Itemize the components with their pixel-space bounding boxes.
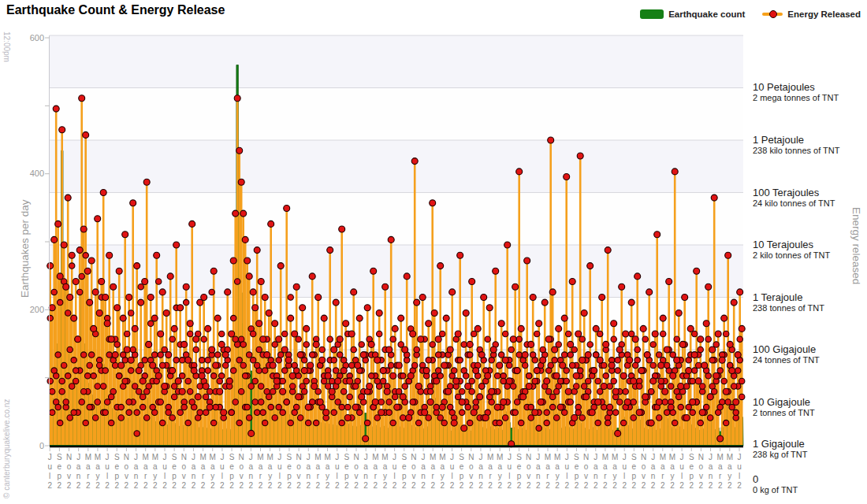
energy-marker[interactable] — [343, 321, 349, 327]
energy-marker[interactable] — [694, 268, 700, 274]
energy-marker[interactable] — [54, 373, 59, 379]
energy-marker[interactable] — [631, 378, 637, 384]
energy-marker[interactable] — [591, 368, 597, 374]
energy-marker[interactable] — [378, 399, 384, 405]
energy-marker[interactable] — [627, 357, 633, 363]
energy-marker[interactable] — [377, 331, 382, 336]
energy-marker[interactable] — [536, 425, 541, 431]
energy-marker[interactable] — [597, 357, 603, 363]
energy-marker[interactable] — [658, 378, 664, 384]
energy-marker[interactable] — [85, 373, 91, 379]
energy-marker[interactable] — [345, 404, 351, 410]
energy-marker[interactable] — [414, 346, 419, 352]
energy-marker[interactable] — [621, 420, 627, 425]
energy-marker[interactable] — [463, 310, 469, 317]
energy-marker[interactable] — [497, 420, 502, 425]
energy-marker[interactable] — [629, 331, 634, 336]
energy-marker[interactable] — [367, 384, 373, 390]
energy-marker[interactable] — [727, 341, 733, 347]
energy-marker[interactable] — [524, 258, 530, 264]
energy-marker[interactable] — [485, 336, 490, 342]
energy-marker[interactable] — [184, 299, 189, 305]
energy-marker[interactable] — [631, 399, 636, 405]
energy-marker[interactable] — [315, 295, 322, 301]
energy-marker[interactable] — [351, 346, 356, 352]
energy-marker[interactable] — [575, 410, 581, 415]
energy-marker[interactable] — [658, 362, 664, 369]
energy-marker[interactable] — [162, 346, 167, 352]
energy-marker[interactable] — [478, 352, 485, 358]
energy-marker[interactable] — [660, 331, 666, 336]
energy-marker[interactable] — [739, 378, 745, 384]
energy-marker[interactable] — [691, 352, 698, 358]
energy-marker[interactable] — [126, 399, 132, 405]
energy-marker[interactable] — [79, 399, 84, 405]
energy-marker[interactable] — [276, 404, 281, 410]
energy-marker[interactable] — [536, 321, 542, 327]
energy-marker[interactable] — [544, 378, 550, 384]
energy-marker[interactable] — [520, 394, 527, 400]
energy-marker[interactable] — [317, 399, 323, 406]
energy-marker[interactable] — [197, 410, 203, 415]
energy-marker[interactable] — [162, 384, 168, 390]
energy-marker[interactable] — [251, 331, 256, 336]
energy-marker[interactable] — [315, 389, 321, 395]
energy-marker[interactable] — [676, 394, 682, 399]
energy-marker[interactable] — [474, 325, 481, 332]
energy-marker[interactable] — [577, 153, 583, 159]
energy-marker[interactable] — [329, 388, 335, 395]
energy-marker[interactable] — [239, 389, 244, 395]
energy-marker[interactable] — [140, 378, 146, 384]
energy-marker[interactable] — [477, 394, 483, 400]
energy-marker[interactable] — [574, 384, 579, 389]
energy-marker[interactable] — [707, 394, 713, 400]
energy-marker[interactable] — [193, 336, 199, 343]
energy-marker[interactable] — [709, 346, 716, 353]
energy-marker[interactable] — [240, 362, 246, 368]
energy-marker[interactable] — [136, 368, 142, 374]
energy-marker[interactable] — [410, 331, 416, 337]
energy-marker[interactable] — [687, 325, 694, 332]
energy-marker[interactable] — [49, 305, 55, 311]
energy-marker[interactable] — [544, 420, 549, 425]
energy-marker[interactable] — [258, 279, 264, 285]
energy-marker[interactable] — [110, 284, 117, 290]
energy-marker[interactable] — [579, 336, 585, 342]
energy-marker[interactable] — [360, 352, 367, 358]
energy-marker[interactable] — [380, 368, 386, 374]
energy-marker[interactable] — [47, 378, 53, 384]
energy-marker[interactable] — [530, 295, 536, 301]
energy-marker[interactable] — [481, 295, 487, 301]
energy-marker[interactable] — [67, 295, 73, 301]
energy-marker[interactable] — [384, 388, 390, 395]
energy-marker[interactable] — [569, 279, 575, 285]
energy-marker[interactable] — [250, 289, 256, 295]
energy-marker[interactable] — [259, 399, 264, 405]
energy-marker[interactable] — [611, 321, 617, 327]
energy-marker[interactable] — [219, 331, 225, 336]
energy-marker[interactable] — [118, 362, 125, 369]
energy-marker[interactable] — [126, 410, 132, 415]
energy-marker[interactable] — [221, 410, 227, 416]
energy-marker[interactable] — [121, 352, 126, 358]
energy-marker[interactable] — [65, 310, 71, 316]
energy-marker[interactable] — [210, 268, 217, 274]
energy-marker[interactable] — [297, 352, 303, 358]
energy-marker[interactable] — [296, 336, 301, 342]
energy-marker[interactable] — [737, 336, 742, 342]
energy-marker[interactable] — [567, 399, 573, 405]
energy-marker[interactable] — [47, 315, 53, 321]
energy-marker[interactable] — [615, 368, 620, 373]
energy-marker[interactable] — [349, 362, 355, 368]
energy-marker[interactable] — [548, 137, 554, 143]
energy-marker[interactable] — [390, 372, 396, 379]
energy-marker[interactable] — [203, 410, 209, 415]
energy-marker[interactable] — [57, 273, 63, 280]
energy-marker[interactable] — [508, 346, 514, 352]
energy-marker[interactable] — [91, 325, 97, 332]
energy-marker[interactable] — [156, 279, 162, 284]
energy-marker[interactable] — [731, 299, 737, 306]
energy-marker[interactable] — [140, 394, 146, 399]
energy-marker[interactable] — [712, 389, 717, 395]
energy-marker[interactable] — [683, 415, 690, 421]
